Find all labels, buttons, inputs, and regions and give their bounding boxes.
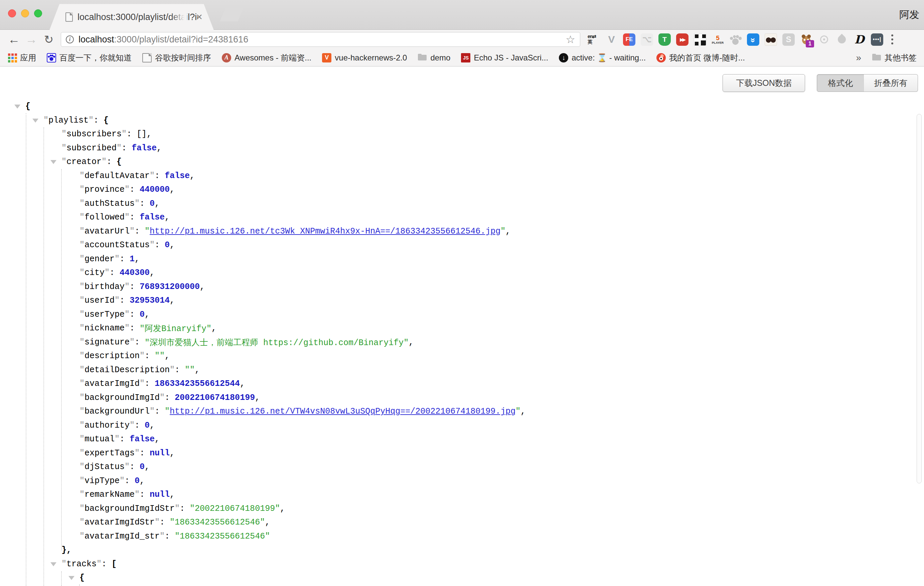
bookmark-star-icon[interactable]: ☆ — [566, 33, 575, 46]
window-controls — [8, 9, 42, 17]
mask-icon[interactable] — [765, 33, 777, 46]
extension-badge: 1 — [806, 40, 814, 48]
scrollbar-thumb[interactable] — [917, 114, 922, 484]
json-key: province — [84, 185, 125, 195]
vue-devtools-icon[interactable]: V — [605, 33, 618, 46]
bookmark-item[interactable]: 应用 — [7, 53, 36, 63]
bookmarks-bar: 应用百度一下，你就知道谷歌按时间排序AAwesomes - 前端资...Vvue… — [0, 49, 924, 66]
bookmark-item[interactable]: demo — [417, 53, 450, 63]
bookmark-item[interactable]: Vvue-hackernews-2.0 — [322, 53, 407, 63]
bookmark-item[interactable]: ↓active: ⌛ - waiting... — [559, 53, 646, 63]
json-value: 440000 — [140, 185, 170, 195]
collapse-triangle-icon[interactable] — [50, 160, 56, 164]
json-value: false — [165, 171, 190, 181]
window-titlebar: localhost:3000/playlist/detail?id=243816… — [0, 0, 924, 30]
translate-icon[interactable]: en⇄英 — [587, 33, 600, 46]
json-value: false — [132, 143, 157, 153]
json-line: "province": 440000, — [0, 183, 914, 197]
zoom-window-icon[interactable] — [34, 9, 42, 17]
collapse-all-button[interactable]: 折叠所有 — [864, 74, 918, 92]
profile-name[interactable]: 阿发 — [899, 8, 919, 22]
format-button[interactable]: 格式化 — [817, 74, 864, 92]
bookmark-item[interactable]: 百度一下，你就知道 — [47, 53, 132, 63]
minimize-window-icon[interactable] — [21, 9, 29, 17]
awesomes-icon: A — [222, 53, 231, 63]
download-json-button[interactable]: 下载JSON数据 — [723, 74, 805, 92]
json-key: avatarImgId — [84, 379, 140, 388]
html5-player-icon[interactable]: 5PLAYER — [711, 33, 724, 46]
json-key: description — [84, 351, 140, 361]
json-line: "vipType": 0, — [0, 474, 914, 488]
json-value: false — [130, 434, 155, 444]
json-line: "creator": { — [0, 155, 914, 169]
shield-t-icon[interactable]: T — [658, 33, 671, 46]
weibo-gray-icon[interactable] — [818, 33, 830, 46]
json-value: "阿发Binaryify" — [140, 323, 211, 334]
json-key: birthday — [84, 282, 125, 292]
vue-icon: V — [322, 53, 332, 63]
html5-player-icon-glyph: 5 — [716, 35, 719, 41]
bookmark-label: 百度一下，你就知道 — [59, 53, 132, 63]
json-line: "followed": false, — [0, 210, 914, 224]
bookmarks-overflow-chevron[interactable]: » — [856, 53, 861, 63]
d-letter-icon[interactable]: D — [853, 33, 866, 46]
url-text[interactable]: localhost:3000/playlist/detail?id=243816… — [79, 35, 563, 45]
json-key: followed — [84, 213, 125, 222]
collapse-triangle-icon[interactable] — [32, 119, 38, 123]
paw-icon[interactable] — [729, 33, 742, 46]
new-tab-button[interactable] — [220, 5, 244, 21]
json-key: creator — [66, 157, 102, 167]
password-manager-icon[interactable]: •••| — [871, 33, 883, 46]
json-value: 0 — [140, 310, 145, 319]
sitemap-icon[interactable]: ⌥ — [641, 33, 653, 46]
json-value: 0 — [145, 421, 150, 430]
json-key: defaultAvatar — [84, 171, 150, 181]
json-value: "18633423556612546" — [170, 518, 265, 527]
json-line: "backgroundImgIdStr": "2002210674180199"… — [0, 502, 914, 516]
json-value: "" — [185, 365, 195, 375]
collapse-triangle-icon[interactable] — [14, 104, 20, 109]
tampermonkey-icon[interactable]: 1 — [800, 33, 812, 46]
json-key: detailDescription — [84, 365, 170, 375]
json-line: "detailDescription": "", — [0, 363, 914, 377]
url-host: localhost — [79, 35, 114, 45]
back-button[interactable]: ← — [5, 33, 23, 45]
reload-button[interactable]: ↻ — [40, 33, 58, 45]
s-letter-icon[interactable]: S — [782, 33, 795, 46]
qrcode-icon[interactable] — [694, 33, 706, 46]
json-key: expertTags — [84, 448, 135, 458]
json-url-link[interactable]: http://p1.music.126.net/VTW4vsN08vwL3uSQ… — [170, 406, 515, 416]
json-key: avatarImgId_str — [84, 532, 160, 541]
tab-close-icon[interactable]: × — [196, 10, 203, 23]
video-speed-icon[interactable]: ▶▶ — [676, 33, 688, 46]
page-info-icon[interactable]: i — [66, 35, 74, 43]
fe-icon[interactable]: FE — [623, 33, 635, 46]
bookmark-label: Echo JS - JavaScri... — [474, 53, 548, 63]
close-window-icon[interactable] — [8, 9, 16, 17]
json-value: 2002210674180199 — [175, 393, 255, 403]
collapse-triangle-icon[interactable] — [68, 576, 74, 580]
json-value: [] — [137, 129, 147, 139]
json-line: "subscribers": [], — [0, 127, 914, 141]
bird-icon[interactable] — [835, 33, 848, 46]
download-blue-icon[interactable]: » — [747, 33, 759, 46]
address-bar[interactable]: i localhost:3000/playlist/detail?id=2438… — [61, 32, 580, 47]
bookmark-label: demo — [430, 53, 450, 63]
json-value: 18633423556612544 — [155, 379, 240, 388]
collapse-triangle-icon[interactable] — [50, 562, 56, 566]
json-line: "authStatus": 0, — [0, 197, 914, 211]
json-line: "playlist": { — [0, 114, 914, 128]
bookmark-item[interactable]: JSEcho JS - JavaScri... — [461, 53, 548, 63]
bookmark-item[interactable]: 我的首页 微博-随时... — [657, 53, 745, 63]
browser-menu-icon[interactable] — [891, 35, 893, 45]
bookmark-item[interactable]: AAwesomes - 前端资... — [222, 53, 311, 63]
bookmark-item[interactable]: 谷歌按时间排序 — [142, 53, 211, 63]
json-key: userType — [84, 310, 125, 319]
browser-tab[interactable]: localhost:3000/playlist/detail?id=243816… — [50, 4, 214, 30]
other-bookmarks[interactable]: 其他书签 — [872, 53, 917, 63]
json-viewer-page: 下载JSON数据 格式化 折叠所有 {"playlist": {"subscri… — [0, 66, 924, 586]
json-line: "backgroundUrl": "http://p1.music.126.ne… — [0, 404, 914, 419]
json-value: "18633423556612546" — [175, 532, 270, 541]
json-url-link[interactable]: http://p1.music.126.net/tc3Wk_XNPmwiR4hx… — [150, 226, 500, 236]
active-down-icon: ↓ — [559, 53, 568, 63]
